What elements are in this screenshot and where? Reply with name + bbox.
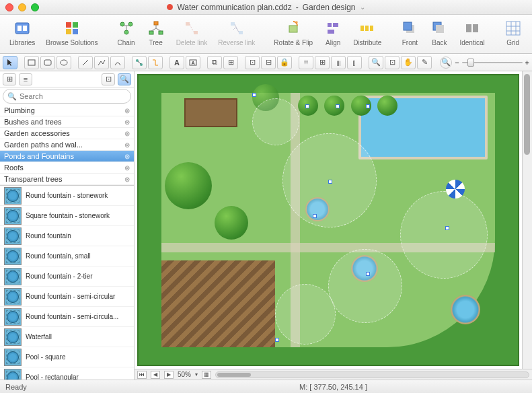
arc-tool[interactable]	[110, 56, 125, 69]
close-icon[interactable]: ⊗	[124, 153, 130, 160]
library-label: Waterfall	[26, 333, 130, 341]
library-item[interactable]: Waterfall	[0, 327, 134, 347]
grid-button[interactable]: Grid	[500, 17, 527, 48]
search-box[interactable]: 🔍	[3, 89, 131, 104]
library-thumb	[4, 288, 22, 306]
group-tool[interactable]: ⊡	[245, 56, 260, 69]
snap-objects-tool[interactable]: ⫿	[347, 56, 362, 69]
distribute-icon	[358, 19, 377, 38]
category-label: Garden paths and wal...	[4, 141, 83, 149]
maximize-icon[interactable]	[31, 3, 39, 11]
sidebar-grid-view[interactable]: ⊡	[102, 73, 115, 85]
svg-rect-29	[473, 24, 478, 32]
pointer-tool[interactable]	[3, 56, 17, 69]
connector-tool[interactable]	[132, 56, 147, 69]
hscroll-thumb[interactable]	[217, 373, 251, 377]
category-row[interactable]: Garden paths and wal...⊗	[0, 139, 134, 151]
category-row[interactable]: Ponds and Fountains⊗	[0, 151, 134, 162]
canvas-footer: ⏮ ◀ ▶ 50% ▾ ▦	[135, 369, 532, 380]
rotate-flip-button[interactable]: Rotate & Flip	[270, 17, 317, 48]
close-icon[interactable]: ⊗	[124, 164, 130, 172]
polyline-tool[interactable]	[94, 56, 109, 69]
library-label: Round fountain	[26, 232, 130, 240]
libraries-button[interactable]: Libraries	[5, 17, 39, 48]
ellipse-tool[interactable]	[56, 56, 71, 69]
text-tool[interactable]: A	[169, 56, 184, 69]
clone-tool[interactable]: ⧉	[207, 56, 222, 69]
library-item[interactable]: Round fountain - 2-tier	[0, 266, 134, 287]
library-item[interactable]: Pool - rectangular	[0, 367, 134, 380]
dropdown-icon[interactable]: ⌄	[360, 3, 365, 11]
zoom-slider[interactable]	[462, 62, 523, 63]
distribute-button[interactable]: Distribute	[349, 17, 385, 48]
snap-guides-tool[interactable]: ⫼	[331, 56, 346, 69]
identical-button[interactable]: Identical	[455, 17, 488, 48]
snap-tool[interactable]: ⌗	[299, 56, 313, 69]
library-item[interactable]: Square fountain - stonework	[0, 206, 134, 226]
close-icon[interactable]: ⊗	[124, 130, 130, 137]
page-next[interactable]: ▶	[164, 371, 174, 379]
rect-tool[interactable]	[24, 56, 39, 69]
tree-button[interactable]: Tree	[143, 17, 169, 48]
zoom-in-tool[interactable]: 🔍	[369, 56, 383, 69]
close-icon[interactable]: ⊗	[124, 176, 130, 183]
close-icon[interactable]: ⊗	[124, 141, 130, 149]
text-box-tool[interactable]: A	[186, 56, 200, 69]
close-icon[interactable]: ⊗	[124, 107, 130, 114]
browse-solutions-button[interactable]: Browse Solutions	[42, 17, 102, 48]
chain-button[interactable]: Chain	[113, 17, 140, 48]
canvas[interactable]	[135, 71, 522, 369]
library-item[interactable]: Pool - square	[0, 347, 134, 367]
category-row[interactable]: Bushes and trees⊗	[0, 116, 134, 128]
rounded-rect-tool[interactable]	[40, 56, 55, 69]
library-thumb	[4, 349, 22, 366]
zoom-knob[interactable]	[467, 59, 474, 67]
category-label: Plumbing	[4, 106, 35, 114]
library-item[interactable]: Round fountain - semi-circula...	[0, 307, 134, 327]
sidebar-search-toggle[interactable]: 🔍	[118, 73, 131, 85]
category-row[interactable]: Transparent trees⊗	[0, 174, 134, 185]
zoom-slider-group: 🔍 − +	[440, 57, 529, 69]
zoom-fit-tool[interactable]: ⊡	[385, 56, 400, 69]
search-input[interactable]	[20, 92, 126, 100]
browse-icon	[63, 19, 81, 38]
vscroll-thumb[interactable]	[524, 74, 530, 155]
sidebar-tree-view[interactable]: ⊞	[3, 73, 16, 85]
category-row[interactable]: Plumbing⊗	[0, 105, 134, 116]
minimize-icon[interactable]	[18, 3, 26, 11]
reverse-link-button[interactable]: Reverse link	[214, 17, 259, 48]
sidebar-list-view[interactable]: ≡	[19, 73, 32, 85]
lock-tool[interactable]: 🔒	[277, 56, 292, 69]
window-title: Water communication plan.cddz - Garden d…	[0, 3, 532, 12]
smart-connector-tool[interactable]	[148, 56, 163, 69]
front-button[interactable]: Front	[396, 17, 423, 48]
library-item[interactable]: Round fountain	[0, 226, 134, 246]
line-tool[interactable]	[78, 56, 93, 69]
library-item[interactable]: Round fountain - semi-circular	[0, 287, 134, 307]
zoom-dropdown-icon[interactable]: ▾	[195, 371, 198, 378]
back-button[interactable]: Back	[426, 17, 453, 48]
color-button[interactable]: Color	[527, 17, 532, 48]
horizontal-scrollbar[interactable]	[215, 371, 529, 378]
eyedropper-tool[interactable]: ✎	[417, 56, 432, 69]
category-row[interactable]: Roofs⊗	[0, 162, 134, 174]
svg-point-36	[61, 60, 67, 65]
page-prev[interactable]: ◀	[151, 371, 160, 379]
library-thumb	[4, 328, 22, 346]
page-first[interactable]: ⏮	[137, 371, 147, 379]
category-row[interactable]: Garden accessories⊗	[0, 128, 134, 139]
snap-grid-tool[interactable]: ⊞	[315, 56, 330, 69]
canvas-wrap: ⏮ ◀ ▶ 50% ▾ ▦	[135, 71, 532, 380]
library-item[interactable]: Round fountain - stonework	[0, 186, 134, 206]
zoom-out-button[interactable]: 🔍	[440, 57, 452, 69]
page-add[interactable]: ▦	[202, 371, 211, 379]
stamp-tool[interactable]: ⊞	[223, 56, 238, 69]
library-item[interactable]: Round fountain, small	[0, 246, 134, 266]
close-icon[interactable]	[5, 3, 13, 11]
align-button[interactable]: Align	[319, 17, 346, 48]
delete-link-button[interactable]: Delete link	[172, 17, 212, 48]
close-icon[interactable]: ⊗	[124, 118, 130, 126]
vertical-scrollbar[interactable]	[522, 71, 532, 369]
ungroup-tool[interactable]: ⊟	[261, 56, 276, 69]
hand-tool[interactable]: ✋	[401, 56, 416, 69]
